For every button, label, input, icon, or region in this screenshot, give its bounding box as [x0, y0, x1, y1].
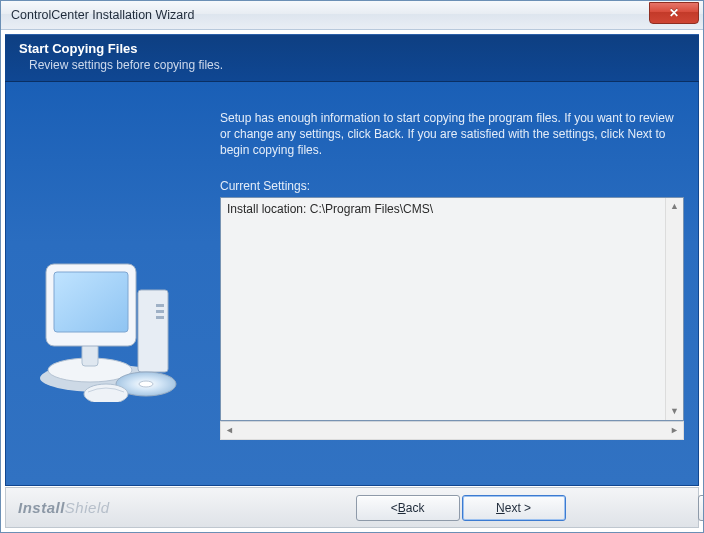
- button-row: < Back Next > Cancel: [110, 495, 704, 521]
- footer-bar: InstallShield < Back Next > Cancel: [5, 487, 699, 528]
- step-subtitle: Review settings before copying files.: [19, 58, 685, 72]
- next-hotkey: N: [496, 501, 505, 515]
- horizontal-scrollbar[interactable]: ◄ ►: [220, 421, 684, 440]
- svg-rect-2: [156, 304, 164, 307]
- title-bar: ControlCenter Installation Wizard ✕: [1, 1, 703, 30]
- svg-rect-8: [54, 272, 128, 332]
- instruction-text: Setup has enough information to start co…: [220, 110, 684, 159]
- scroll-left-icon[interactable]: ◄: [221, 422, 238, 439]
- step-title: Start Copying Files: [19, 41, 685, 56]
- content-area: Setup has enough information to start co…: [220, 110, 684, 469]
- close-icon: ✕: [669, 7, 679, 19]
- svg-rect-3: [156, 310, 164, 313]
- scroll-up-icon[interactable]: ▲: [666, 198, 683, 215]
- scroll-down-icon[interactable]: ▼: [666, 403, 683, 420]
- vertical-scrollbar[interactable]: ▲ ▼: [665, 198, 683, 420]
- computer-clipart-icon: [28, 212, 198, 402]
- current-settings-box: Install location: C:\Program Files\CMS\ …: [220, 197, 684, 421]
- installshield-brand: InstallShield: [6, 499, 110, 516]
- back-button[interactable]: < Back: [356, 495, 460, 521]
- main-panel: Setup has enough information to start co…: [5, 82, 699, 486]
- brand-part2: Shield: [65, 499, 110, 516]
- sidebar-graphic-area: [6, 82, 220, 485]
- cancel-button[interactable]: Cancel: [698, 495, 704, 521]
- svg-rect-1: [138, 290, 168, 372]
- window-title: ControlCenter Installation Wizard: [1, 8, 194, 22]
- current-settings-text: Install location: C:\Program Files\CMS\: [227, 202, 665, 216]
- svg-point-11: [84, 384, 128, 402]
- svg-point-10: [139, 381, 153, 387]
- back-hotkey: B: [398, 501, 406, 515]
- scroll-right-icon[interactable]: ►: [666, 422, 683, 439]
- svg-rect-6: [82, 344, 98, 366]
- svg-rect-4: [156, 316, 164, 319]
- back-rest: ack: [406, 501, 425, 515]
- next-rest: ext >: [505, 501, 531, 515]
- back-prefix: <: [391, 501, 398, 515]
- current-settings-label: Current Settings:: [220, 179, 684, 193]
- installer-window: ControlCenter Installation Wizard ✕ Star…: [0, 0, 704, 533]
- brand-part1: Install: [18, 499, 65, 516]
- step-header: Start Copying Files Review settings befo…: [5, 34, 699, 82]
- close-button[interactable]: ✕: [649, 2, 699, 24]
- next-button[interactable]: Next >: [462, 495, 566, 521]
